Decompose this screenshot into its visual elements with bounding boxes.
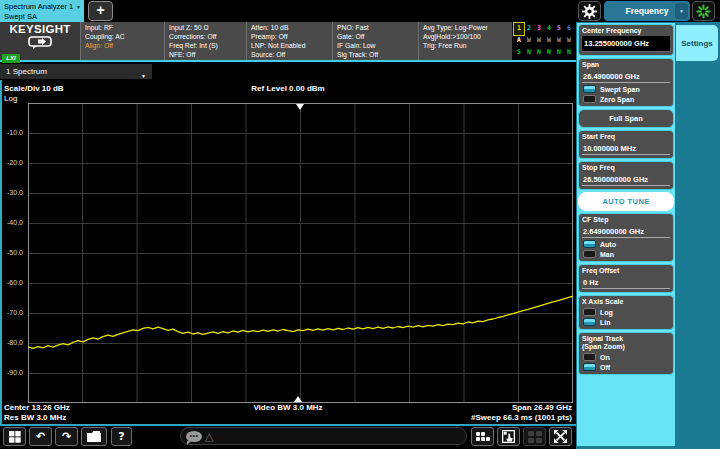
trace-state-cell: 5 <box>554 23 564 35</box>
redo-button[interactable]: ↷ <box>55 427 78 446</box>
trace-state-cell: W <box>554 35 564 47</box>
span-field[interactable]: 26.4900000 GHz <box>582 70 670 83</box>
dots-grid-icon <box>476 432 490 441</box>
window-selector-label: 1 Spectrum <box>6 67 47 76</box>
freq-offset-group: Freq Offset 0 Hz <box>578 264 674 293</box>
status-line: Trig: Free Run <box>423 42 512 51</box>
gear-icon <box>582 4 597 19</box>
help-button[interactable]: ? <box>111 427 132 446</box>
stop-freq-field[interactable]: 26.500000000 GHz <box>582 173 670 186</box>
swept-span-option[interactable]: Swept Span <box>582 85 670 93</box>
trace-state-cell: 4 <box>544 23 554 35</box>
center-frequency-group: Center Frequency 13.255000000 GHz <box>578 24 674 56</box>
zero-span-option[interactable]: Zero Span <box>582 95 670 103</box>
signal-track-off-label: Off <box>600 364 610 371</box>
freq-offset-field[interactable]: 0 Hz <box>582 276 670 289</box>
file-explorer-button[interactable] <box>81 427 107 446</box>
signal-track-group: Signal Track (Span Zoom) On Off <box>578 332 674 375</box>
x-axis-log-option[interactable]: Log <box>582 308 670 316</box>
cf-step-auto-option[interactable]: Auto <box>582 240 670 248</box>
full-span-button[interactable]: Full Span <box>578 109 674 128</box>
start-freq-label: Start Freq <box>582 133 670 141</box>
status-line: Sig Track: Off <box>337 51 418 60</box>
ref-level-label: Ref Level 0.00 dBm <box>0 84 576 93</box>
start-freq-group: Start Freq 10.000000 MHz <box>578 130 674 159</box>
trace-state-cell: N <box>554 47 564 59</box>
signal-track-off-option[interactable]: Off <box>582 363 670 371</box>
status-line: Corrections: Off <box>169 33 246 42</box>
status-line: Preamp: Off <box>251 33 332 42</box>
trace-state-cell: A <box>514 35 524 47</box>
starburst-icon <box>696 4 711 19</box>
expand-arrows-icon <box>554 430 567 443</box>
ref-level-marker-icon <box>296 104 304 110</box>
spectrum-chart <box>28 103 573 403</box>
signal-track-on-option[interactable]: On <box>582 353 670 361</box>
status-line: NFE: Off <box>169 51 246 60</box>
toggle-on-icon <box>583 240 596 248</box>
trace-state-cell: N <box>534 47 544 59</box>
window-layout-button[interactable] <box>523 427 546 446</box>
fullscreen-button[interactable] <box>549 427 572 446</box>
windows-start-button[interactable] <box>3 427 26 446</box>
trace-state-cell: N <box>564 47 574 59</box>
undo-button[interactable]: ↶ <box>29 427 52 446</box>
x-axis-scale-label: X Axis Scale <box>582 298 670 306</box>
trace-state-cell: 3 <box>534 23 544 35</box>
trace-state-cell: S <box>514 47 524 59</box>
signal-track-on-label: On <box>600 354 610 361</box>
undo-icon: ↶ <box>36 430 45 443</box>
trace-state-cell: N <box>524 47 534 59</box>
scale-type-label: Log <box>4 94 17 103</box>
trace-state-cell: 2 <box>524 23 534 35</box>
redo-icon: ↷ <box>62 430 71 443</box>
trace-state-cell: W <box>564 35 574 47</box>
y-axis-tick-label: -70.0 <box>7 309 23 317</box>
y-axis-tick-label: -10.0 <box>7 129 23 137</box>
auto-tune-button[interactable]: AUTO TUNE <box>578 192 674 211</box>
screen-tabs-button[interactable] <box>471 427 494 446</box>
system-gear-button[interactable] <box>578 1 601 21</box>
y-axis-tick-label: -90.0 <box>7 369 23 377</box>
alert-triangle-icon: △ <box>205 431 213 442</box>
sweep-annotation: #Sweep 66.3 ms (1001 pts) <box>0 413 572 422</box>
touch-mode-button[interactable] <box>497 427 520 446</box>
start-freq-field[interactable]: 10.000000 MHz <box>582 142 670 155</box>
add-tab-button[interactable]: + <box>88 1 113 21</box>
center-freq-marker-icon <box>294 396 302 402</box>
menu-selector-dropdown[interactable]: Frequency ▼ <box>604 1 690 21</box>
status-line: Source: Off <box>251 51 332 60</box>
window-selector[interactable]: 1 Spectrum ▼ <box>0 64 152 79</box>
stop-freq-group: Stop Freq 26.500000000 GHz <box>578 161 674 190</box>
spectrum-analyzer-app: Spectrum Analyzer 1 Swept SA ▼ + Frequen… <box>0 0 720 449</box>
status-line: Gate: Off <box>337 33 418 42</box>
toggle-off-icon <box>583 353 596 361</box>
cf-step-label: CF Step <box>582 216 670 224</box>
cf-step-field[interactable]: 2.649000000 GHz <box>582 225 670 238</box>
frequency-menu-panel: Settings Center Frequency 13.255000000 G… <box>576 22 720 449</box>
spectrum-display[interactable] <box>28 103 573 403</box>
swept-span-label: Swept Span <box>600 86 640 93</box>
toggle-on-icon <box>583 363 596 371</box>
tab-spectrum-analyzer-1[interactable]: Spectrum Analyzer 1 Swept SA ▼ <box>0 0 84 22</box>
tab-settings[interactable]: Settings <box>676 25 718 61</box>
status-line: Avg Type: Log-Power <box>423 24 512 33</box>
cf-step-man-option[interactable]: Man <box>582 250 670 258</box>
x-axis-lin-option[interactable]: Lin <box>582 318 670 326</box>
trace-state-cell: N <box>544 47 554 59</box>
chevron-down-icon: ▼ <box>141 69 146 84</box>
menu-column: Center Frequency 13.255000000 GHz Span 2… <box>577 23 675 446</box>
center-frequency-field[interactable]: 13.255000000 GHz <box>582 36 670 52</box>
status-col-input: Input: RF Coupling: AC Align: Off <box>80 22 164 60</box>
message-bar[interactable]: ••• △ <box>180 427 467 445</box>
busy-indicator-button[interactable] <box>692 1 715 21</box>
status-line: Atten: 10 dB <box>251 24 332 33</box>
trace-state-cell: W <box>534 35 544 47</box>
status-line: Input: RF <box>85 24 164 33</box>
status-line: LNP: Not Enabled <box>251 42 332 51</box>
toggle-on-icon <box>583 85 596 93</box>
toggle-on-icon <box>583 318 596 326</box>
status-col-atten: Atten: 10 dB Preamp: Off LNP: Not Enable… <box>246 22 332 60</box>
trace-table[interactable]: 123456AWWWWWSNNNNN <box>512 22 576 60</box>
status-line: Input Z: 50 Ω <box>169 24 246 33</box>
